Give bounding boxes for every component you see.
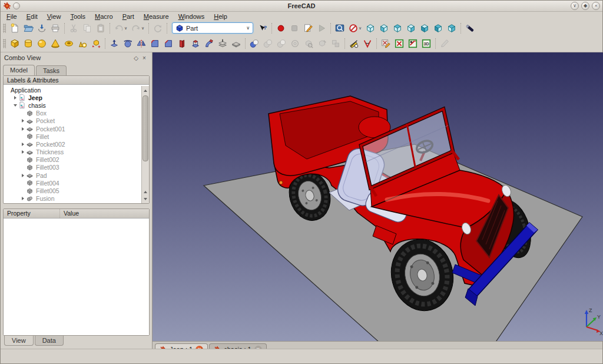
section-button[interactable]: [216, 38, 229, 50]
chevron-down-icon[interactable]: ∨: [359, 26, 363, 31]
menu-macro[interactable]: Macro: [95, 13, 113, 20]
tree-scrollbar[interactable]: [141, 86, 149, 203]
workbench-selector[interactable]: Part∨: [172, 22, 253, 34]
value-column-header[interactable]: Value: [60, 209, 82, 218]
tree-item-box[interactable]: Box: [5, 110, 141, 117]
tree-item-fillet004[interactable]: Fillet004: [5, 179, 141, 187]
scroll-thumb[interactable]: [143, 95, 148, 161]
view-top-button[interactable]: [391, 22, 404, 34]
part-box-button[interactable]: [8, 38, 21, 50]
menu-part[interactable]: Part: [122, 13, 134, 20]
tree-item-fillet002[interactable]: Fillet002: [5, 156, 141, 164]
expander-closed-icon[interactable]: [20, 174, 26, 177]
menu-tools[interactable]: Tools: [70, 13, 85, 20]
menu-measure[interactable]: Measure: [144, 13, 169, 20]
panel-splitter[interactable]: [1, 204, 152, 209]
ruled-surface-button[interactable]: [175, 38, 188, 50]
maximize-button[interactable]: ◆: [581, 2, 589, 10]
open-folder-button[interactable]: [22, 22, 35, 34]
measure-clear-all-button[interactable]: [393, 38, 406, 50]
menu-help[interactable]: Help: [214, 13, 227, 20]
toolbar-grip[interactable]: [3, 24, 6, 33]
app-menu-button[interactable]: [13, 2, 20, 9]
view-bottom-button[interactable]: [432, 22, 445, 34]
measure-refresh-button[interactable]: [379, 38, 392, 50]
tree-item-thickness[interactable]: Thickness: [5, 148, 141, 156]
tab-model[interactable]: Model: [3, 65, 35, 75]
chamfer-button[interactable]: [162, 38, 175, 50]
tab-view[interactable]: View: [4, 336, 34, 346]
paste-icon: [95, 23, 106, 34]
panel-close-button[interactable]: ×: [140, 55, 148, 61]
toolbar-grip[interactable]: [3, 39, 6, 48]
view-right-button[interactable]: [405, 22, 418, 34]
property-column-header[interactable]: Property: [4, 209, 60, 218]
view-fit-button[interactable]: [333, 22, 346, 34]
marker-button[interactable]: [463, 22, 476, 34]
macro-record-button[interactable]: [274, 22, 287, 34]
expander-closed-icon[interactable]: [20, 197, 26, 200]
extrude-button[interactable]: [108, 38, 121, 50]
measure-toggle-3d-button[interactable]: 3D: [420, 38, 433, 50]
measure-linear-button[interactable]: [347, 38, 360, 50]
expander-closed-icon[interactable]: [20, 127, 26, 131]
view-front-button[interactable]: [377, 22, 390, 34]
measure-toggle-all-button[interactable]: [406, 38, 419, 50]
part-primitives-button[interactable]: [76, 38, 89, 50]
tree-item-application[interactable]: Application: [5, 86, 141, 94]
tree-item-pocket002[interactable]: Pocket002: [5, 140, 141, 148]
tree-item-fillet003[interactable]: Fillet003: [5, 164, 141, 171]
tab-tasks[interactable]: Tasks: [36, 65, 67, 75]
expander-closed-icon[interactable]: [20, 143, 26, 146]
panel-float-button[interactable]: ◇: [132, 55, 140, 61]
mirror-button[interactable]: [135, 38, 148, 50]
cross-sections-button[interactable]: [230, 38, 243, 50]
view-axonometric-button[interactable]: [364, 22, 377, 34]
measure-angular-button[interactable]: [361, 38, 374, 50]
tree-item-fillet005[interactable]: Fillet005: [5, 187, 141, 194]
compound-icon: [330, 38, 341, 49]
part-cone-button[interactable]: [49, 38, 62, 50]
whatsthis-button[interactable]: ?: [256, 22, 269, 34]
scroll-down-icon[interactable]: [142, 196, 149, 203]
tree-item-fillet[interactable]: Fillet: [5, 133, 141, 140]
expander-closed-icon[interactable]: [20, 150, 26, 154]
draw-style-button[interactable]: [347, 22, 360, 34]
sweep-button[interactable]: [203, 38, 216, 50]
expander-closed-icon[interactable]: [12, 96, 18, 100]
part-sphere-button[interactable]: [35, 38, 48, 50]
fillet-button[interactable]: [148, 38, 161, 50]
tree-item-jeep[interactable]: Jeep: [5, 94, 141, 101]
toolbar-separator: [245, 38, 246, 49]
view-left-button[interactable]: [445, 22, 458, 34]
save-button[interactable]: [35, 22, 48, 34]
boolean-union-button[interactable]: [248, 38, 261, 50]
tree-item-pad[interactable]: Pad: [5, 171, 141, 179]
macro-edit-button[interactable]: [302, 22, 314, 34]
tree-item-pocket001[interactable]: Pocket001: [5, 125, 141, 133]
tab-data[interactable]: Data: [35, 336, 64, 346]
view-rear-button[interactable]: [418, 22, 431, 34]
print-button[interactable]: [49, 22, 62, 34]
print-icon: [50, 23, 61, 34]
scroll-up2-icon[interactable]: [142, 188, 149, 196]
menu-windows[interactable]: Windows: [178, 13, 205, 20]
menu-view[interactable]: View: [47, 13, 61, 20]
loft-button[interactable]: [189, 38, 202, 50]
part-torus-button[interactable]: [62, 38, 75, 50]
expander-open-icon[interactable]: [12, 104, 18, 107]
scroll-up-icon[interactable]: [142, 87, 149, 94]
menu-file[interactable]: File: [6, 13, 17, 20]
part-cylinder-button[interactable]: [22, 38, 35, 50]
close-button[interactable]: ×: [592, 2, 600, 10]
minimize-button[interactable]: ∨: [571, 2, 579, 10]
tree-item-pocket[interactable]: Pocket: [5, 117, 141, 125]
expander-closed-icon[interactable]: [20, 119, 26, 123]
tree-item-chasis[interactable]: chasis: [5, 101, 141, 109]
new-document-button[interactable]: [8, 22, 21, 34]
shape-builder-button[interactable]: [90, 38, 102, 50]
tree-item-fusion[interactable]: Fusion: [5, 195, 141, 203]
revolve-button[interactable]: [121, 38, 134, 50]
3d-viewport[interactable]: Z Y X: [153, 52, 602, 341]
menu-edit[interactable]: Edit: [26, 13, 38, 20]
